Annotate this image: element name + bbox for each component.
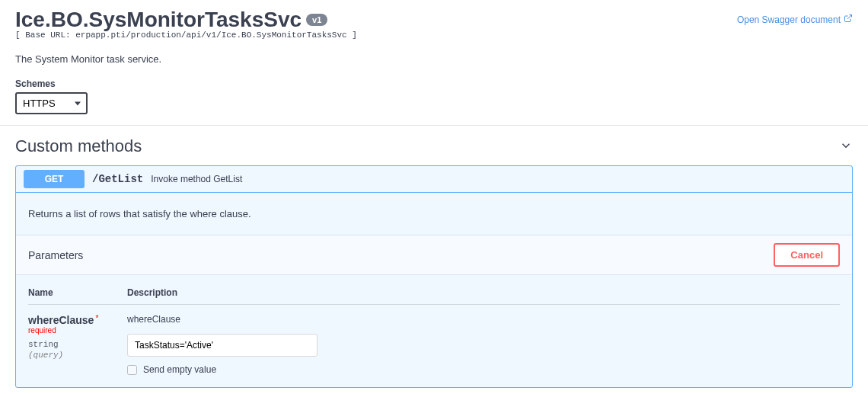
operation-description: Returns a list of rows that satisfy the …	[16, 193, 852, 235]
param-in: (query)	[28, 351, 127, 360]
open-swagger-label: Open Swagger document	[737, 14, 841, 25]
schemes-block: Schemes HTTPS	[0, 65, 868, 125]
operation-block: GET /GetList Invoke method GetList Retur…	[15, 165, 853, 388]
http-method-badge: GET	[24, 170, 85, 188]
open-swagger-link[interactable]: Open Swagger document	[737, 14, 853, 25]
version-badge: v1	[306, 14, 327, 26]
column-name: Name	[28, 287, 127, 298]
section-header[interactable]: Custom methods	[15, 136, 853, 162]
operation-path: /GetList	[92, 173, 143, 185]
send-empty-row[interactable]: Send empty value	[127, 364, 840, 375]
schemes-select[interactable]: HTTPS	[15, 92, 88, 114]
operation-body: Returns a list of rows that satisfy the …	[16, 193, 852, 387]
parameters-table: Name Description whereClause* required s…	[16, 275, 852, 387]
custom-methods-section: Custom methods GET /GetList Invoke metho…	[0, 126, 868, 388]
param-description: whereClause	[127, 314, 840, 325]
send-empty-checkbox[interactable]	[127, 365, 137, 375]
api-header: Ice.BO.SysMonitorTasksSvc v1 [ Base URL:…	[0, 0, 868, 65]
external-link-icon	[844, 14, 853, 25]
param-value-input[interactable]	[127, 334, 318, 357]
parameter-row: whereClause* required string (query) whe…	[28, 314, 840, 375]
column-description: Description	[127, 287, 840, 298]
api-description: The System Monitor task service.	[15, 53, 853, 65]
operation-summary[interactable]: GET /GetList Invoke method GetList	[16, 166, 852, 193]
table-header-row: Name Description	[28, 287, 840, 305]
section-title: Custom methods	[15, 136, 142, 156]
chevron-down-icon	[839, 139, 853, 155]
param-type: string	[28, 340, 127, 349]
parameters-header: Parameters Cancel	[16, 235, 852, 275]
base-url: [ Base URL: erpapp.pti/production/api/v1…	[15, 30, 853, 40]
cancel-button[interactable]: Cancel	[774, 243, 840, 267]
send-empty-label: Send empty value	[143, 364, 216, 375]
svg-line-0	[847, 15, 852, 20]
schemes-label: Schemes	[15, 78, 853, 89]
param-name: whereClause	[28, 314, 94, 326]
parameters-title: Parameters	[28, 249, 83, 261]
operation-summary-text: Invoke method GetList	[151, 174, 242, 184]
api-title: Ice.BO.SysMonitorTasksSvc	[15, 8, 302, 32]
